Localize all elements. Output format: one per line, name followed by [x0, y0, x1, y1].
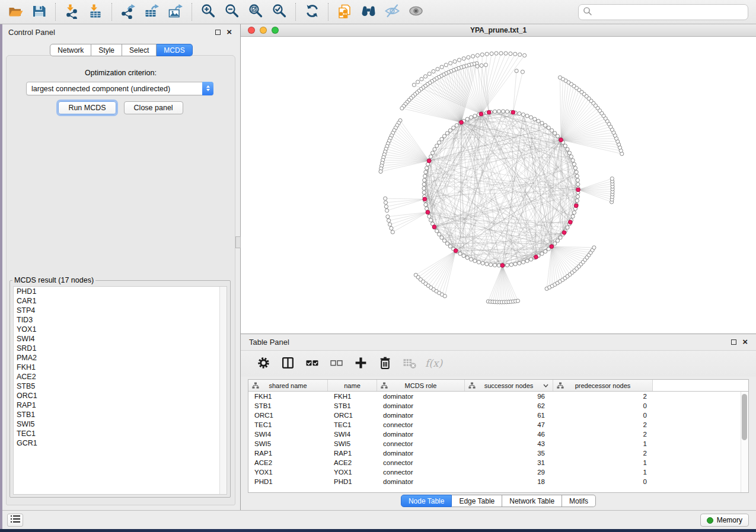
delete-column-button[interactable]	[374, 354, 396, 374]
table-cell: 47	[465, 421, 553, 428]
table-cell: 1	[553, 459, 653, 466]
zoom-fit-button[interactable]	[244, 1, 267, 23]
table-row[interactable]: FKH1FKH1dominator962	[248, 392, 748, 401]
table-row[interactable]: TEC1TEC1connector472	[248, 420, 748, 430]
settings-gear-icon	[257, 356, 270, 371]
result-list-scrollbar[interactable]	[219, 287, 227, 494]
open-file-button[interactable]	[4, 1, 27, 23]
import-network-button[interactable]	[60, 1, 84, 23]
table-cell: TEC1	[328, 421, 377, 428]
mcds-result-item[interactable]: STB1	[14, 410, 227, 419]
network-graph[interactable]	[241, 37, 756, 334]
tab-style[interactable]: Style	[91, 44, 122, 56]
first-neighbors-button[interactable]	[356, 1, 380, 23]
table-tab-node-table[interactable]: Node Table	[401, 495, 452, 507]
mcds-result-item[interactable]: FKH1	[14, 363, 227, 372]
main-toolbar	[0, 0, 756, 24]
refresh-button[interactable]	[300, 1, 324, 23]
table-row[interactable]: YOX1YOX1connector291	[248, 467, 748, 477]
toolbar-separator	[111, 3, 112, 21]
show-columns-button[interactable]	[277, 354, 299, 374]
mcds-result-item[interactable]: SRD1	[14, 344, 227, 353]
mcds-result-item[interactable]: ACE2	[14, 372, 227, 382]
export-image-button[interactable]	[164, 1, 187, 23]
tab-network[interactable]: Network	[50, 44, 91, 56]
column-label: MCDS role	[405, 382, 437, 389]
column-header-shared-name[interactable]: shared name	[248, 380, 328, 391]
mcds-result-group: MCDS result (17 nodes) PHD1CAR1STP4TID3Y…	[9, 276, 231, 498]
settings-gear-button[interactable]	[253, 354, 275, 374]
toolbar-icon-groups	[4, 0, 428, 24]
search-box[interactable]	[578, 4, 748, 20]
mcds-result-item[interactable]: CAR1	[14, 296, 227, 306]
table-row[interactable]: ACE2ACE2connector311	[248, 458, 748, 467]
tab-mcds[interactable]: MCDS	[157, 44, 192, 56]
table-cell: 31	[465, 459, 553, 466]
export-table-button[interactable]	[140, 1, 164, 23]
hide-selected-button[interactable]	[380, 1, 404, 23]
zoom-out-button[interactable]	[220, 1, 244, 23]
close-panel-icon[interactable]: ×	[227, 29, 232, 35]
table-tab-edge-table[interactable]: Edge Table	[452, 495, 502, 507]
mcds-result-item[interactable]: SWI5	[14, 419, 227, 429]
mcds-result-item[interactable]: PMA2	[14, 353, 227, 363]
table-cell: dominator	[377, 450, 465, 457]
column-header-predecessor-nodes[interactable]: predecessor nodes	[553, 380, 653, 391]
close-panel-button[interactable]: Close panel	[124, 101, 183, 114]
table-cell: FKH1	[248, 393, 328, 400]
import-table-button[interactable]	[84, 1, 107, 23]
table-row[interactable]: SWI5SWI5connector431	[248, 439, 748, 448]
table-row[interactable]: ORC1ORC1dominator610	[248, 411, 748, 420]
column-header-MCDS-role[interactable]: MCDS role	[377, 380, 465, 391]
export-network-button[interactable]	[116, 1, 140, 23]
zoom-selected-icon	[272, 3, 288, 21]
search-input[interactable]	[592, 5, 748, 20]
table-scrollbar-thumb[interactable]	[742, 394, 747, 440]
mcds-result-item[interactable]: STB5	[14, 382, 227, 391]
mcds-result-item[interactable]: SWI4	[14, 334, 227, 344]
mcds-result-item[interactable]: ORC1	[14, 391, 227, 400]
network-canvas[interactable]	[241, 37, 756, 334]
table-cell: connector	[377, 469, 465, 476]
mcds-result-item[interactable]: TID3	[14, 315, 227, 325]
close-table-panel-icon[interactable]: ×	[742, 339, 748, 345]
mcds-result-item[interactable]: GCR1	[14, 438, 227, 448]
float-panel-icon[interactable]	[215, 30, 221, 35]
zoom-in-button[interactable]	[196, 1, 220, 23]
mcds-result-item[interactable]: PHD1	[14, 287, 227, 296]
mcds-result-item[interactable]: STP4	[14, 306, 227, 315]
tab-select[interactable]: Select	[122, 44, 157, 56]
node-table: shared namenameMCDS rolesuccessor nodesp…	[248, 379, 749, 493]
table-row[interactable]: SWI4SWI4dominator462	[248, 430, 748, 439]
deselect-all-button[interactable]	[326, 354, 347, 374]
add-column-button[interactable]	[350, 354, 372, 374]
duplicate-network-button[interactable]	[333, 1, 356, 23]
table-tab-motifs[interactable]: Motifs	[562, 495, 596, 507]
table-row[interactable]: RAP1RAP1dominator352	[248, 448, 748, 458]
table-scrollbar[interactable]	[741, 392, 748, 492]
select-all-button[interactable]	[301, 354, 323, 374]
zoom-fit-icon	[248, 3, 264, 21]
run-mcds-button[interactable]: Run MCDS	[58, 101, 116, 114]
mcds-result-item[interactable]: TEC1	[14, 429, 227, 438]
show-all-button[interactable]	[404, 1, 428, 23]
table-tab-network-table[interactable]: Network Table	[502, 495, 562, 507]
criterion-dropdown[interactable]: largest connected component (undirected)	[26, 82, 213, 95]
column-label: predecessor nodes	[575, 382, 631, 389]
column-header-name[interactable]: name	[328, 380, 377, 391]
split-pane-handle[interactable]	[235, 236, 241, 248]
task-history-button[interactable]	[7, 514, 23, 527]
zoom-selected-button[interactable]	[267, 1, 291, 23]
save-session-button[interactable]	[27, 1, 51, 23]
table-cell: RAP1	[248, 450, 328, 457]
float-table-panel-icon[interactable]	[731, 339, 736, 345]
memory-label: Memory	[717, 516, 742, 524]
search-icon	[583, 7, 592, 18]
memory-button[interactable]: Memory	[700, 514, 749, 527]
mcds-result-item[interactable]: RAP1	[14, 400, 227, 410]
mcds-result-item[interactable]: YOX1	[14, 325, 227, 334]
column-header-successor-nodes[interactable]: successor nodes	[465, 380, 553, 391]
table-row[interactable]: STB1STB1dominator620	[248, 401, 748, 411]
table-row[interactable]: PHD1PHD1dominator180	[248, 477, 748, 486]
mcds-result-items: PHD1CAR1STP4TID3YOX1SWI4SRD1PMA2FKH1ACE2…	[14, 287, 227, 448]
